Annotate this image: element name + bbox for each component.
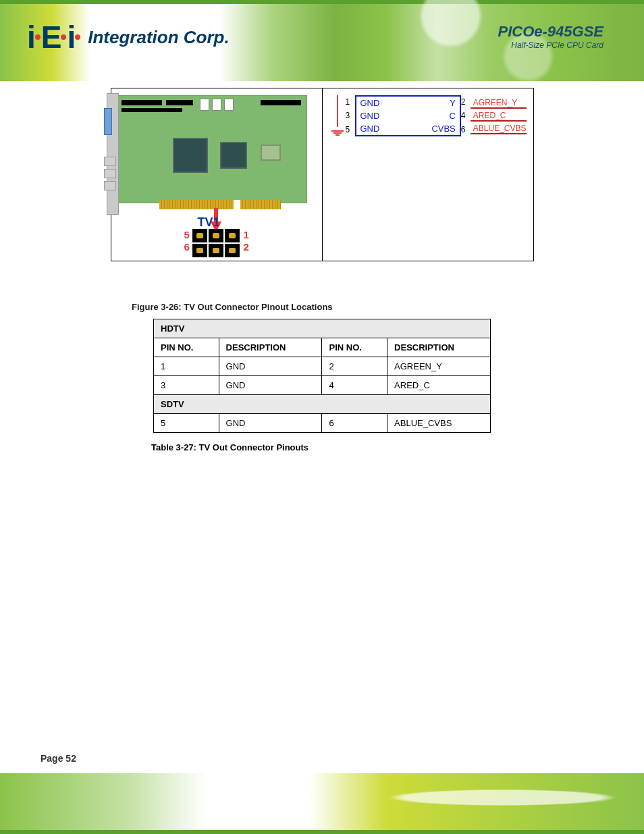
sch-pin-num: 4 (461, 111, 471, 120)
table-band-sdtv: SDTV (154, 395, 491, 414)
signal-name: AGREEN_Y (471, 98, 527, 109)
tv-header-icon (192, 229, 240, 257)
cell: AGREEN_Y (387, 357, 491, 376)
cell: 5 (154, 414, 219, 433)
sch-right-label: CVBS (408, 122, 460, 135)
brand-logo: iEi Integration Corp. (27, 19, 230, 55)
cpu-chip-icon (173, 138, 208, 173)
sch-right-label: C (408, 109, 460, 122)
vga-port-icon (104, 108, 112, 135)
col-header: DESCRIPTION (219, 338, 322, 357)
pin-num-2: 2 (244, 241, 249, 253)
cell: 2 (322, 357, 387, 376)
pin-num-6: 6 (184, 241, 190, 253)
header-strip-icon (166, 100, 193, 105)
header-strip-icon (122, 100, 162, 105)
sch-pin-num: 6 (461, 125, 471, 134)
pinout-table: HDTV PIN NO. DESCRIPTION PIN NO. DESCRIP… (153, 319, 491, 433)
table-row: 1 GND 2 AGREEN_Y (154, 357, 491, 376)
chipset-icon (220, 142, 247, 169)
logo-mark: iEi (27, 19, 81, 55)
product-subtitle: Half-Size PCIe CPU Card (498, 41, 603, 50)
cell: GND (219, 376, 322, 395)
edge-connector-icon (159, 200, 281, 209)
header-strip-icon (261, 100, 301, 105)
table-caption: Table 3-27: TV Out Connector Pinouts (151, 442, 644, 452)
table-band-hdtv: HDTV (154, 319, 491, 338)
connector-icon (212, 99, 221, 111)
connector-icon (200, 99, 209, 111)
sch-pin-num: 5 (346, 125, 355, 134)
io-port-icon (104, 157, 116, 166)
table-row: 5 GND 6 ABLUE_CVBS (154, 414, 491, 433)
figure-caption: Figure 3-26: TV Out Connector Pinout Loc… (132, 302, 644, 312)
io-port-icon (104, 169, 116, 178)
cell: GND (219, 357, 322, 376)
cell: 6 (322, 414, 387, 433)
table-row: 3 GND 4 ARED_C (154, 376, 491, 395)
sch-pin-num: 2 (461, 97, 471, 107)
footer-accent (0, 830, 644, 834)
cell: ABLUE_CVBS (387, 414, 491, 433)
col-header: PIN NO. (154, 338, 219, 357)
cell: 4 (322, 376, 387, 395)
signal-name: ABLUE_CVBS (471, 124, 527, 134)
sch-left-label: GND (356, 122, 408, 135)
product-name: PICOe-945GSE (498, 23, 603, 41)
chip-icon (261, 145, 281, 161)
figure-schematic-cell: 1 3 5 GND Y GND C GND CVBS 2 4 (323, 88, 533, 261)
header-banner: iEi Integration Corp. PICOe-945GSE Half-… (0, 0, 644, 81)
ground-rail (329, 95, 346, 136)
connector-icon (224, 99, 234, 111)
figure-box: TV1 5 6 1 2 1 3 5 (111, 88, 534, 261)
col-header: DESCRIPTION (387, 338, 491, 357)
cell: ARED_C (387, 376, 491, 395)
col-header: PIN NO. (322, 338, 387, 357)
cell: 1 (154, 357, 219, 376)
sch-pin-num: 3 (346, 111, 355, 120)
tv-connector-label: TV1 (198, 215, 220, 230)
footer-banner (0, 773, 644, 834)
io-port-icon (104, 181, 116, 190)
pin-num-5: 5 (184, 229, 190, 240)
sch-right-label: Y (408, 97, 460, 109)
sch-pin-num: 1 (346, 97, 355, 107)
schematic-diagram: 1 3 5 GND Y GND C GND CVBS 2 4 (329, 95, 527, 136)
edge-notch (234, 200, 240, 209)
product-header: PICOe-945GSE Half-Size PCIe CPU Card (498, 23, 603, 50)
company-name: Integration Corp. (88, 27, 229, 48)
signal-name: ARED_C (471, 111, 527, 122)
page-number: Page 52 (41, 753, 76, 764)
figure-pcb-cell: TV1 5 6 1 2 (111, 88, 323, 261)
pcb-illustration (118, 95, 307, 203)
sch-left-label: GND (356, 97, 408, 109)
ground-symbol-icon (331, 130, 344, 136)
tv-label-text: TV1 (198, 215, 220, 229)
cell: GND (219, 414, 322, 433)
cell: 3 (154, 376, 219, 395)
pin-num-1: 1 (244, 229, 249, 240)
header-strip-icon (122, 108, 182, 112)
sch-left-label: GND (356, 109, 408, 122)
